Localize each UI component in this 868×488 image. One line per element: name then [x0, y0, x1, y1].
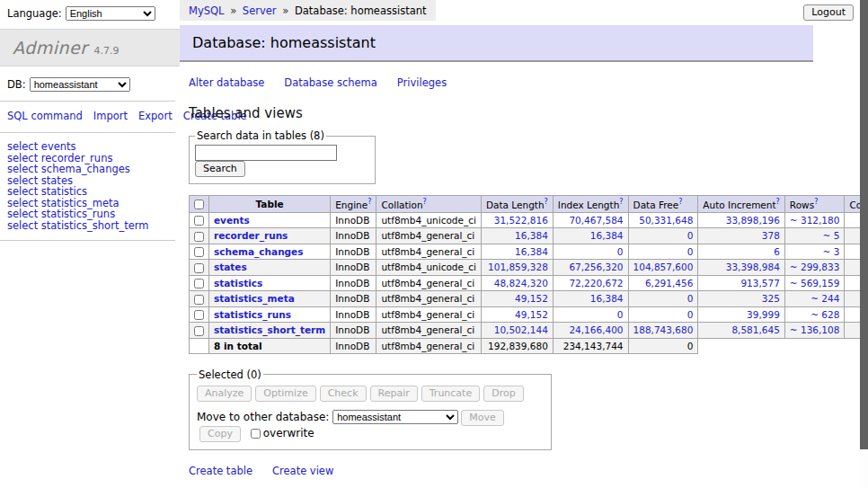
column-help-link[interactable]: ?: [619, 198, 623, 206]
create-link[interactable]: Create table: [189, 465, 252, 477]
help-icon[interactable]: ?: [814, 198, 818, 206]
help-icon[interactable]: ?: [776, 198, 780, 206]
table-name-link[interactable]: statistics_runs: [214, 309, 291, 320]
vertical-scrollbar[interactable]: [860, 0, 868, 488]
table-name-link[interactable]: schema_changes: [214, 246, 304, 257]
search-button[interactable]: Search: [195, 161, 245, 177]
data-free-value-link[interactable]: 104,857,600: [633, 262, 694, 272]
rows-value-link[interactable]: ~ 136,108: [790, 324, 840, 335]
table-name-link[interactable]: statistics: [214, 278, 262, 288]
column-help-link[interactable]: ?: [423, 198, 427, 206]
sidebar-select-link[interactable]: select statistics_runs: [7, 209, 180, 220]
auto-increment-value-link[interactable]: 325: [762, 293, 780, 304]
auto-increment-value-link[interactable]: 913,577: [740, 278, 779, 288]
data-free-value-link[interactable]: 188,743,680: [633, 324, 694, 335]
index-length-value-link[interactable]: 67,256,320: [569, 262, 623, 272]
index-length-value-link[interactable]: 16,384: [590, 230, 624, 241]
search-input[interactable]: [195, 145, 337, 161]
index-length-value-link[interactable]: 0: [617, 246, 624, 257]
collation-cell: utf8mb4_general_ci: [376, 291, 481, 307]
data-length-value-link[interactable]: 16,384: [515, 230, 548, 241]
create-link[interactable]: Create view: [272, 465, 333, 477]
select-all-checkbox[interactable]: [194, 200, 204, 209]
data-free-value-link[interactable]: 6,291,456: [645, 278, 693, 288]
data-length-value-link[interactable]: 49,152: [515, 309, 548, 320]
db-action-link[interactable]: Privileges: [397, 76, 447, 89]
move-db-select[interactable]: homeassistant: [332, 410, 458, 424]
row-checkbox[interactable]: [194, 295, 204, 305]
auto-increment-value-link[interactable]: 33,898,196: [726, 215, 780, 226]
breadcrumb-mysql-link[interactable]: MySQL: [189, 4, 225, 17]
row-checkbox[interactable]: [194, 232, 204, 242]
table-name-link[interactable]: states: [214, 262, 247, 272]
table-op-button: Analyze: [197, 386, 252, 402]
auto-increment-value-link[interactable]: 39,999: [747, 309, 780, 320]
rows-value-link[interactable]: ~ 299,833: [790, 262, 840, 272]
index-length-value-link[interactable]: 24,166,400: [569, 324, 623, 335]
overwrite-checkbox[interactable]: [251, 429, 261, 439]
sidebar-action-link[interactable]: SQL command: [7, 110, 83, 122]
help-icon[interactable]: ?: [423, 198, 427, 206]
table-name-link[interactable]: events: [214, 215, 250, 226]
db-select[interactable]: homeassistant: [30, 77, 130, 92]
sidebar-select-link[interactable]: select statistics: [7, 186, 180, 198]
data-length-value-link[interactable]: 101,859,328: [488, 262, 548, 272]
sidebar-action-link[interactable]: Export: [138, 110, 173, 122]
help-icon[interactable]: ?: [678, 198, 682, 206]
data-free-value-link[interactable]: 0: [687, 309, 694, 320]
row-checkbox[interactable]: [194, 216, 204, 226]
index-length-value-link[interactable]: 70,467,584: [569, 215, 623, 226]
sidebar-select-link[interactable]: select events: [7, 141, 180, 153]
data-length-value-link[interactable]: 48,824,320: [494, 278, 548, 288]
sidebar-action-link[interactable]: Import: [93, 110, 128, 122]
rows-value-link[interactable]: ~ 244: [810, 293, 839, 304]
table-name-link[interactable]: statistics_meta: [214, 293, 295, 304]
sidebar-select-link[interactable]: select schema_changes: [7, 164, 180, 175]
data-free-value-link[interactable]: 50,331,648: [639, 215, 693, 226]
column-help-link[interactable]: ?: [545, 198, 548, 206]
language-select[interactable]: English: [66, 6, 155, 21]
row-checkbox[interactable]: [194, 310, 204, 320]
rows-value: ~ 299,833: [784, 260, 845, 276]
sidebar-select-link[interactable]: select statistics_short_term: [7, 220, 180, 232]
db-action-link[interactable]: Database schema: [284, 76, 376, 89]
row-checkbox-cell: [190, 244, 209, 260]
auto-increment-value-link[interactable]: 8,581,645: [731, 324, 779, 335]
index-length-value-link[interactable]: 16,384: [590, 293, 624, 304]
overwrite-label: overwrite: [263, 427, 314, 439]
rows-value-link[interactable]: ~ 5: [823, 230, 840, 241]
rows-value-link[interactable]: ~ 628: [810, 309, 839, 320]
column-help-link[interactable]: ?: [776, 198, 780, 206]
logout-button[interactable]: Logout: [803, 4, 854, 21]
data-free-value-link[interactable]: 0: [687, 293, 694, 304]
auto-increment-value-link[interactable]: 33,398,984: [726, 262, 780, 272]
index-length-value-link[interactable]: 0: [617, 309, 624, 320]
scrollbar-thumb[interactable]: [860, 0, 868, 449]
data-length-value-link[interactable]: 16,384: [515, 246, 548, 257]
column-help-link[interactable]: ?: [814, 198, 818, 206]
data-length-value-link[interactable]: 31,522,816: [494, 215, 548, 226]
row-checkbox[interactable]: [194, 247, 204, 257]
index-length-value-link[interactable]: 72,220,672: [569, 278, 623, 288]
auto-increment-value-link[interactable]: 6: [774, 246, 780, 257]
row-checkbox[interactable]: [194, 279, 204, 288]
table-name-link[interactable]: recorder_runs: [214, 230, 288, 241]
help-icon[interactable]: ?: [545, 198, 548, 206]
table-name-link[interactable]: statistics_short_term: [214, 324, 325, 335]
data-length-value-link[interactable]: 10,502,144: [494, 324, 548, 335]
help-icon[interactable]: ?: [368, 198, 371, 206]
row-checkbox[interactable]: [194, 326, 204, 336]
auto-increment-value-link[interactable]: 378: [762, 230, 780, 241]
column-help-link[interactable]: ?: [368, 198, 371, 206]
db-action-link[interactable]: Alter database: [189, 76, 264, 89]
data-length-value-link[interactable]: 49,152: [515, 293, 548, 304]
row-checkbox[interactable]: [194, 263, 204, 273]
breadcrumb-server-link[interactable]: Server: [243, 4, 277, 17]
help-icon[interactable]: ?: [619, 198, 623, 206]
rows-value-link[interactable]: ~ 312,180: [790, 215, 840, 226]
data-free-value-link[interactable]: 0: [687, 246, 694, 257]
rows-value-link[interactable]: ~ 3: [823, 246, 840, 257]
column-help-link[interactable]: ?: [678, 198, 682, 206]
data-free-value-link[interactable]: 0: [687, 230, 694, 241]
rows-value-link[interactable]: ~ 569,159: [790, 278, 840, 288]
